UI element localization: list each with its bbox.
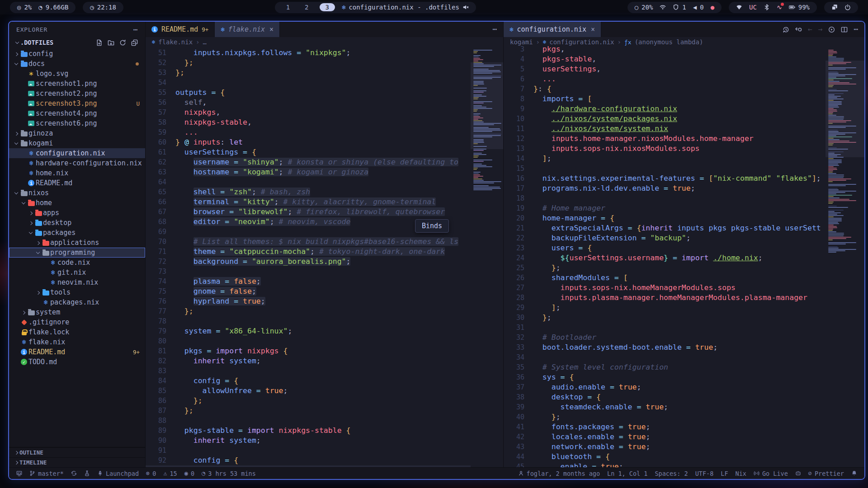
- tree-item-todo-md[interactable]: ✓TODO.md: [9, 357, 145, 367]
- minimap-line: [828, 246, 838, 247]
- more-icon[interactable]: ⋯: [492, 26, 497, 33]
- minimap-slider[interactable]: [471, 62, 503, 149]
- newfolder-icon[interactable]: [108, 39, 114, 46]
- breadcrumb-left[interactable]: ❄flake.nix›…: [146, 37, 503, 47]
- eol[interactable]: LF: [717, 470, 731, 477]
- tree-item-home-nix[interactable]: ❄home.nix: [9, 168, 145, 178]
- tree-item-logo-svg[interactable]: ∗logo.svg: [9, 69, 145, 79]
- more-icon[interactable]: ⋯: [854, 26, 858, 33]
- tree-item-screenshot1-png[interactable]: screenshot1.png: [9, 79, 145, 89]
- tree-item-code-nix[interactable]: ❄code.nix: [9, 258, 145, 267]
- navback-icon[interactable]: ←: [808, 26, 812, 33]
- tree-item-readme-md[interactable]: iREADME.md: [9, 178, 145, 188]
- language-mode[interactable]: Nix: [732, 470, 750, 477]
- tree-item-apps[interactable]: apps: [9, 208, 145, 218]
- code-text: fonts.packages = true;: [533, 422, 650, 432]
- status-indicators-pill[interactable]: ○20%1◀0●: [627, 2, 722, 13]
- minimap-slider[interactable]: [826, 61, 864, 157]
- system-stats-pill[interactable]: ◎2%◔9.66GB: [10, 2, 75, 13]
- timeline-section[interactable]: TIMELINE: [9, 457, 145, 467]
- tree-item-ginoza[interactable]: ginoza: [9, 128, 145, 138]
- tree-item-packages-nix[interactable]: ❄packages.nix: [9, 297, 145, 307]
- remote-indicator[interactable]: [13, 470, 26, 476]
- ports[interactable]: ◉0: [181, 470, 198, 477]
- play-icon[interactable]: [828, 26, 835, 33]
- minimap-line: [828, 242, 856, 243]
- errors[interactable]: ⊗0: [142, 470, 160, 477]
- tree-item-label: ginoza: [28, 129, 53, 137]
- explorer-more-actions[interactable]: ⋯: [133, 25, 138, 34]
- encoding[interactable]: UTF-8: [692, 470, 717, 477]
- tree-item--gitignore[interactable]: .gitignore: [9, 317, 145, 327]
- tree-item-nixos[interactable]: nixos: [9, 188, 145, 198]
- cursor-position[interactable]: Ln 1, Col 1: [604, 470, 651, 477]
- tree-item-system[interactable]: system: [9, 307, 145, 317]
- code-line: 90 inherit system;: [146, 436, 471, 446]
- close-icon[interactable]: ×: [269, 25, 274, 33]
- tree-item-tools[interactable]: tools: [9, 287, 145, 297]
- tree-item-configuration-nix[interactable]: ❄configuration.nix: [9, 148, 145, 158]
- nix-file-icon: ❄: [509, 26, 513, 33]
- tree-item-desktop[interactable]: desktop: [9, 218, 145, 228]
- code-line: 86 };: [146, 396, 471, 406]
- breadcrumb-segment[interactable]: ❄flake.nix: [152, 38, 193, 46]
- breadcrumb-segment[interactable]: …: [203, 38, 207, 46]
- clock-pill[interactable]: ◷22:18: [83, 2, 123, 13]
- tree-item-hardware-configuration-nix[interactable]: ❄hardware-configuration.nix: [9, 158, 145, 168]
- tree-item-home[interactable]: home: [9, 198, 145, 208]
- prettier[interactable]: ⊘Prettier: [805, 470, 848, 477]
- collapse-icon[interactable]: [131, 39, 138, 46]
- tree-item-applications[interactable]: applications: [9, 238, 145, 248]
- close-icon[interactable]: ×: [591, 25, 595, 33]
- session-controls-pill[interactable]: [824, 2, 858, 13]
- code-line: 8 imports = [: [504, 94, 826, 104]
- tree-item-neovim-nix[interactable]: ❄neovim.nix: [9, 277, 145, 287]
- hardware-indicators-pill[interactable]: UC∿99%: [729, 2, 817, 13]
- history-icon[interactable]: [783, 26, 789, 33]
- outline-section[interactable]: OUTLINE: [9, 447, 145, 457]
- workspace-1[interactable]: 1: [282, 4, 294, 11]
- tab-readme-md[interactable]: iREADME.md9+: [146, 22, 215, 37]
- code-editor-configuration-nix[interactable]: 3 pkgs,4 pkgs-stable,5 userSettings,6 ..…: [504, 44, 826, 467]
- tree-item-docs[interactable]: docs: [9, 59, 145, 69]
- wakatime[interactable]: ◔3 hrs 53 mins: [198, 470, 259, 477]
- tree-item-kogami[interactable]: kogami: [9, 138, 145, 148]
- indentation-label: Spaces: 2: [655, 470, 688, 477]
- folder-icon: [41, 240, 50, 246]
- tree-item-readme-md[interactable]: iREADME.md9+: [9, 347, 145, 357]
- go-live[interactable]: Go Live: [750, 470, 792, 477]
- git-blame[interactable]: foglar, 2 months ago: [514, 470, 604, 477]
- warnings[interactable]: ⚠15: [160, 470, 180, 477]
- compare-icon[interactable]: [795, 26, 802, 33]
- split-icon[interactable]: [841, 26, 848, 33]
- tree-item-screenshot2-png[interactable]: screenshot2.png: [9, 89, 145, 99]
- tab-configuration-nix[interactable]: ❄configuration.nix×: [504, 22, 601, 37]
- tree-item-screenshot3-png[interactable]: screenshot3.pngU: [9, 99, 145, 108]
- minimap-right[interactable]: [826, 47, 864, 467]
- workspace-2[interactable]: 2: [301, 4, 312, 11]
- navfwd-icon[interactable]: →: [818, 26, 823, 33]
- tree-item-screenshot4-png[interactable]: screenshot4.png: [9, 108, 145, 118]
- git-status-badge: U: [136, 100, 145, 107]
- tree-item-screenshot6-png[interactable]: screenshot6.png: [9, 118, 145, 128]
- tree-item-flake-nix[interactable]: ❄flake.nix: [9, 337, 145, 347]
- tab-flake-nix[interactable]: ❄flake.nix×: [215, 22, 280, 37]
- workspace-root-row[interactable]: .DOTFILES: [9, 37, 145, 48]
- code-editor-flake-nix[interactable]: 51 inputs.nixpkgs.follows = "nixpkgs";52…: [146, 47, 471, 467]
- indentation[interactable]: Spaces: 2: [651, 470, 691, 477]
- newfile-icon[interactable]: [96, 39, 103, 46]
- workspace-3[interactable]: 3: [320, 3, 335, 11]
- tree-item-packages[interactable]: packages: [9, 228, 145, 238]
- tree-item-config[interactable]: config: [9, 49, 145, 59]
- tree-item-programming[interactable]: programming: [9, 248, 145, 258]
- copilot[interactable]: [792, 470, 805, 476]
- launchpad[interactable]: Launchpad: [94, 470, 142, 477]
- tree-item-git-nix[interactable]: ❄git.nix: [9, 267, 145, 277]
- tree-item-flake-lock[interactable]: flake.lock: [9, 327, 145, 337]
- refresh-icon[interactable]: [119, 39, 126, 46]
- notifications[interactable]: [848, 470, 861, 476]
- git-branch[interactable]: master*: [26, 470, 67, 477]
- minimap-left[interactable]: [471, 47, 503, 467]
- extension-flask[interactable]: [80, 470, 94, 476]
- sync-changes[interactable]: [67, 470, 80, 476]
